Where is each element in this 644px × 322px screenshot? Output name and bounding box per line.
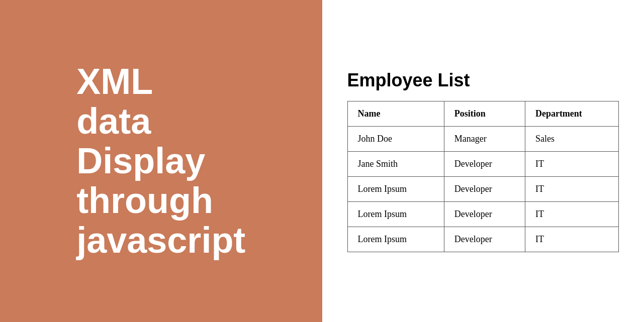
cell-department: IT [525,177,618,202]
table-row: John DoeManagerSales [347,127,619,152]
title-line1: XML [76,61,153,101]
title-line2: data [76,101,151,141]
table-row: Lorem IpsumDeveloperIT [347,177,619,202]
cell-position: Developer [444,152,525,177]
table-header-row: Name Position Department [347,101,619,127]
cell-name: Lorem Ipsum [347,177,444,202]
cell-department: Sales [525,127,618,152]
title-line5: javascript [76,220,245,260]
left-panel: XML data Display through javascript [0,0,322,322]
col-header-department: Department [525,101,618,127]
employee-table: Name Position Department John DoeManager… [347,101,619,252]
cell-department: IT [525,227,618,252]
cell-name: Lorem Ipsum [347,202,444,227]
col-header-position: Position [444,101,525,127]
cell-name: Lorem Ipsum [347,227,444,252]
left-title: XML data Display through javascript [76,62,245,261]
table-row: Lorem IpsumDeveloperIT [347,202,619,227]
table-row: Jane SmithDeveloperIT [347,152,619,177]
right-panel: Employee List Name Position Department J… [322,0,645,322]
cell-department: IT [525,152,618,177]
cell-name: John Doe [347,127,444,152]
table-row: Lorem IpsumDeveloperIT [347,227,619,252]
cell-name: Jane Smith [347,152,444,177]
cell-department: IT [525,202,618,227]
table-title: Employee List [347,70,470,91]
cell-position: Developer [444,177,525,202]
cell-position: Developer [444,202,525,227]
title-line3: Display [76,141,205,181]
cell-position: Developer [444,227,525,252]
cell-position: Manager [444,127,525,152]
title-line4: through [76,180,213,221]
col-header-name: Name [347,101,444,127]
